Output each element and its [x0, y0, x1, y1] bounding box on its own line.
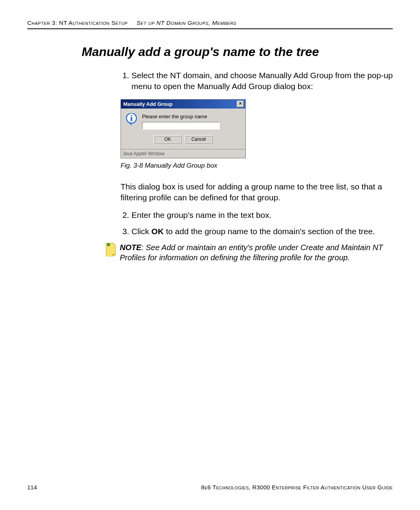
- figure-caption: Fig. 3-8 Manually Add Group box: [121, 161, 393, 170]
- step-2: Enter the group's name in the text box.: [131, 210, 393, 221]
- step-3-pre: Click: [131, 227, 151, 236]
- figure-dialog: Manually Add Group × Please enter the gr…: [121, 99, 393, 170]
- cancel-button[interactable]: Cancel: [185, 135, 213, 144]
- svg-point-3: [107, 244, 110, 246]
- note-label: NOTE: [120, 243, 142, 252]
- header-section: Set up NT Domain Groups, Members: [136, 19, 236, 26]
- dialog-title: Manually Add Group: [123, 101, 173, 108]
- note-icon: [105, 242, 117, 256]
- step-3-bold: OK: [151, 227, 164, 236]
- step-3-post: to add the group name to the domain's se…: [164, 227, 375, 236]
- dialog-titlebar: Manually Add Group ×: [121, 100, 245, 109]
- close-icon[interactable]: ×: [237, 101, 244, 107]
- section-title: Manually add a group's name to the tree: [82, 45, 393, 59]
- svg-point-1: [131, 115, 132, 117]
- group-name-input[interactable]: [142, 122, 220, 130]
- page: Chapter 3: NT Authentication Setup Set u…: [0, 0, 420, 510]
- dialog-body: Please enter the group name: [121, 109, 245, 133]
- manually-add-group-dialog: Manually Add Group × Please enter the gr…: [121, 99, 246, 158]
- steps-list: Select the NT domain, and choose Manuall…: [121, 70, 393, 92]
- applet-status: Java Applet Window: [121, 149, 245, 158]
- ok-button[interactable]: OK: [154, 135, 182, 144]
- dialog-button-row: OK Cancel: [121, 133, 245, 149]
- page-number: 114: [27, 484, 37, 491]
- step-1: Select the NT domain, and choose Manuall…: [131, 70, 393, 92]
- dialog-fields: Please enter the group name: [142, 113, 242, 130]
- note-text: NOTE: See Add or maintain an entity's pr…: [120, 242, 393, 263]
- dialog-prompt: Please enter the group name: [142, 113, 242, 120]
- page-footer: 114 8e6 Technologies, R3000 Enterprise F…: [27, 484, 393, 491]
- information-icon: [125, 113, 138, 126]
- content-block: Select the NT domain, and choose Manuall…: [121, 70, 393, 237]
- running-header: Chapter 3: NT Authentication Setup Set u…: [27, 19, 393, 29]
- note-body: : See Add or maintain an entity's profil…: [120, 243, 383, 262]
- steps-list-cont: Enter the group's name in the text box. …: [121, 210, 393, 237]
- after-figure-paragraph: This dialog box is used for adding a gro…: [121, 181, 393, 203]
- footer-guide-title: 8e6 Technologies, R3000 Enterprise Filte…: [201, 484, 393, 491]
- note-block: NOTE: See Add or maintain an entity's pr…: [105, 242, 393, 263]
- svg-rect-2: [131, 117, 132, 121]
- step-3: Click OK to add the group name to the do…: [131, 226, 393, 237]
- header-chapter: Chapter 3: NT Authentication Setup: [27, 19, 128, 26]
